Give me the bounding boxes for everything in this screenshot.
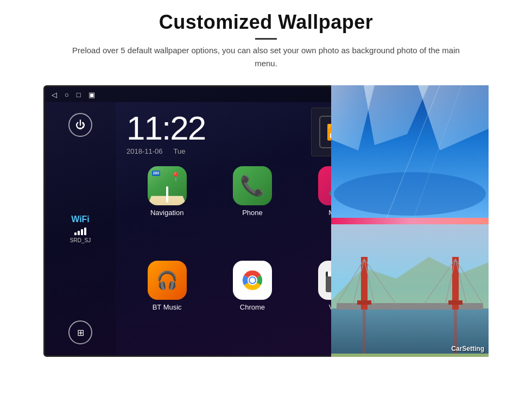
app-item-chrome[interactable]: Chrome [212,261,293,351]
clock-date-value: 2018-11-06 [126,147,163,155]
nav-marker-icon: 📍 [170,172,181,182]
app-item-bt-music[interactable]: 🎧 BT Music [126,261,207,351]
home-icon[interactable]: ○ [65,91,69,99]
wallpaper-bottom[interactable]: CarSetting [331,224,489,357]
wifi-signal-bars [70,226,91,235]
wallpaper-panels: CarSetting [331,85,489,357]
bluetooth-glyph: 🎧 [156,270,178,291]
bt-music-icon: 🎧 [148,261,187,300]
left-sidebar: ⏻ WiFi SRD_SJ ⊞ [45,102,116,355]
all-apps-button[interactable]: ⊞ [68,320,92,344]
car-setting-label[interactable]: CarSetting [451,345,484,352]
grid-icon: ⊞ [77,328,84,338]
status-bar-left: ◁ ○ □ ▣ [52,91,95,99]
ice-texture [331,85,489,218]
phone-glyph: 📞 [240,174,264,197]
clock-date: 2018-11-06 Tue [126,147,300,155]
svg-point-14 [334,172,486,216]
mid-strip-content [331,218,489,224]
page-subtitle: Preload over 5 default wallpaper options… [71,44,461,70]
wifi-bar-3 [81,229,83,235]
chrome-icon [233,261,272,300]
wifi-bar-4 [84,228,86,235]
phone-label: Phone [242,209,263,217]
wifi-label: WiFi [70,215,91,224]
wifi-bar-2 [78,231,80,235]
chrome-label: Chrome [240,303,265,311]
device-wrapper: ◁ ○ □ ▣ 📍 ▾ 11:22 [43,85,489,362]
clock-day-value: Tue [174,147,186,155]
phone-icon: 📞 [233,166,272,205]
ice-wallpaper-svg [331,85,489,218]
wifi-widget: WiFi SRD_SJ [70,215,91,243]
recents-icon[interactable]: □ [77,91,81,99]
svg-rect-22 [357,300,371,305]
app-item-phone[interactable]: 📞 Phone [212,166,293,256]
wifi-ssid: SRD_SJ [70,237,91,243]
page-container: Customized Wallpaper Preload over 5 defa… [0,0,532,403]
nav-road-line [166,186,168,203]
navigation-icon: 280 📍 [148,166,187,205]
power-button[interactable]: ⏻ [68,113,92,137]
navigation-label: Navigation [150,209,183,217]
page-title: Customized Wallpaper [71,11,461,34]
bridge-svg [331,224,489,354]
back-icon[interactable]: ◁ [52,91,57,99]
wallpaper-top[interactable] [331,85,489,218]
chrome-svg [238,266,267,294]
clock-section: 11:22 2018-11-06 Tue [126,109,300,155]
screenshot-icon[interactable]: ▣ [88,91,95,99]
title-divider [255,38,277,40]
bridge-scene [331,224,489,357]
title-section: Customized Wallpaper Preload over 5 defa… [71,11,461,70]
nav-badge: 280 [152,171,161,176]
wallpaper-mid-strip [331,218,489,224]
clock-time: 11:22 [126,109,300,147]
svg-point-2 [250,278,255,283]
svg-rect-24 [448,300,463,305]
power-icon: ⏻ [75,119,85,131]
wifi-bar-1 [74,232,77,235]
bt-music-label: BT Music [153,303,182,311]
app-item-navigation[interactable]: 280 📍 Navigation [126,166,207,256]
